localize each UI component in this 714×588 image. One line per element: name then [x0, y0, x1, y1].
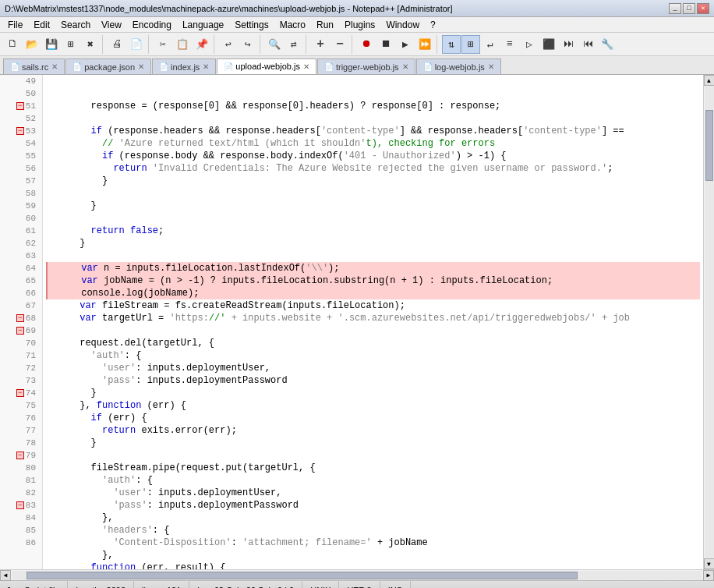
- menu-language[interactable]: Language: [178, 19, 228, 31]
- fold-marker-74[interactable]: −: [16, 389, 24, 397]
- line-number-76: 76: [0, 412, 39, 424]
- fold-marker-69[interactable]: −: [16, 327, 24, 335]
- copy-button[interactable]: 📋: [173, 35, 192, 54]
- close-button[interactable]: ✕: [697, 3, 709, 14]
- line-number-80: 80: [0, 462, 39, 474]
- scroll-thumb[interactable]: [705, 110, 713, 181]
- menu-view[interactable]: View: [97, 19, 126, 31]
- step2-button[interactable]: ⏮: [578, 35, 597, 54]
- line-number-60: 60: [0, 212, 39, 225]
- sync-scroll-button[interactable]: ⇅: [442, 35, 461, 54]
- run-button[interactable]: ▷: [520, 35, 539, 54]
- code-line-83: 'headers': {: [46, 524, 700, 537]
- indent-button[interactable]: ≡: [500, 35, 519, 54]
- menu-macro[interactable]: Macro: [275, 19, 310, 31]
- zoom-out-button[interactable]: −: [330, 35, 349, 54]
- code-area[interactable]: response = (response[0] && response[0].h…: [43, 75, 703, 569]
- code-line-62: var n = inputs.fileLocation.lastIndexOf(…: [46, 262, 700, 275]
- replace-button[interactable]: ⇄: [285, 35, 303, 54]
- tools-button[interactable]: 🔧: [598, 35, 617, 54]
- code-line-80: 'user': inputs.deploymentUser,: [46, 487, 700, 499]
- macro-play-button[interactable]: ▶: [396, 35, 415, 54]
- scroll-track[interactable]: [705, 87, 714, 558]
- step-button[interactable]: ⏭: [559, 35, 578, 54]
- hscroll-thumb[interactable]: [27, 572, 578, 579]
- print-button[interactable]: 🖨: [108, 35, 126, 54]
- line-number-50: 50: [0, 87, 39, 100]
- fold-marker-68[interactable]: −: [16, 314, 24, 322]
- status-sections: JavaScript file length : 2898 lines : 10…: [6, 581, 411, 589]
- line-number-72: 72: [0, 362, 39, 374]
- tab-logwebjob[interactable]: 📄 log-webjob.js ✕: [416, 58, 501, 74]
- title-bar: D:\WebMatrix\mstest1337\node_modules\mac…: [0, 0, 714, 17]
- hscroll-left-button[interactable]: ◀: [0, 570, 11, 581]
- line-numbers: 4950−5152−535455565758596061626364656667…: [0, 75, 43, 569]
- menu-help[interactable]: ?: [426, 19, 440, 31]
- undo-button[interactable]: ↩: [219, 35, 238, 54]
- code-line-64: console.log(jobName);: [46, 287, 700, 299]
- close-button2[interactable]: ✖: [81, 35, 100, 54]
- debug-button[interactable]: ⬛: [539, 35, 558, 54]
- status-filetype: JavaScript file: [6, 581, 68, 589]
- fold-marker-51[interactable]: −: [16, 102, 24, 110]
- menu-plugins[interactable]: Plugins: [340, 19, 380, 31]
- menu-encoding[interactable]: Encoding: [128, 19, 176, 31]
- redo-button[interactable]: ↪: [239, 35, 257, 54]
- tab-indexjs-label: index.js: [171, 62, 200, 72]
- tab-logwebjob-label: log-webjob.js: [435, 62, 485, 72]
- title-bar-buttons[interactable]: _ □ ✕: [669, 3, 709, 14]
- macro-stop-button[interactable]: ⏹: [376, 35, 395, 54]
- zoom-in-button[interactable]: +: [311, 35, 330, 54]
- save-all-button[interactable]: ⊞: [62, 35, 80, 54]
- scrollbar-vertical[interactable]: ▲ ▼: [703, 75, 714, 569]
- menu-search[interactable]: Search: [56, 19, 95, 31]
- word-wrap-button[interactable]: ↵: [481, 35, 500, 54]
- tab-indexjs[interactable]: 📄 index.js ✕: [152, 58, 216, 74]
- find-button[interactable]: 🔍: [265, 35, 284, 54]
- line-number-84: 84: [0, 512, 39, 524]
- menu-run[interactable]: Run: [312, 19, 338, 31]
- fold-marker-53[interactable]: −: [16, 127, 24, 135]
- line-number-57: 57: [0, 175, 39, 187]
- line-number-70: 70: [0, 337, 39, 349]
- save-button[interactable]: 💾: [42, 35, 61, 54]
- fold-marker-83[interactable]: −: [16, 501, 24, 509]
- hscroll-track[interactable]: [12, 571, 702, 580]
- code-line-67: [46, 324, 700, 337]
- open-button[interactable]: 📂: [23, 35, 41, 54]
- title-bar-text: D:\WebMatrix\mstest1337\node_modules\mac…: [5, 4, 453, 13]
- print2-button[interactable]: 📄: [127, 35, 146, 54]
- cut-button[interactable]: ✂: [154, 35, 172, 54]
- tab-packagejson[interactable]: 📄 package.json ✕: [65, 58, 151, 74]
- tab-triggerwebjob-close[interactable]: ✕: [402, 62, 408, 71]
- tab-triggerwebjob[interactable]: 📄 trigger-webjob.js ✕: [317, 58, 415, 74]
- tab-uploadwebjob[interactable]: 📄 upload-webjob.js ✕: [217, 58, 316, 74]
- minimize-button[interactable]: _: [669, 3, 681, 14]
- new-button[interactable]: 🗋: [3, 35, 22, 54]
- fold-marker-79[interactable]: −: [16, 452, 24, 459]
- menu-settings[interactable]: Settings: [230, 19, 273, 31]
- line-number-78: 78: [0, 437, 39, 449]
- tab-uploadwebjob-close[interactable]: ✕: [303, 62, 309, 71]
- code-line-74: if (err) {: [46, 412, 700, 424]
- split-v-button[interactable]: ⊞: [461, 35, 480, 54]
- scroll-down-button[interactable]: ▼: [704, 558, 715, 569]
- paste-button[interactable]: 📌: [193, 35, 211, 54]
- tab-logwebjob-icon: 📄: [423, 62, 433, 71]
- menu-edit[interactable]: Edit: [29, 19, 55, 31]
- macro-rec-button[interactable]: ⏺: [357, 35, 376, 54]
- menu-window[interactable]: Window: [381, 19, 424, 31]
- code-line-61: [46, 250, 700, 262]
- tab-sailsrc[interactable]: 📄 sails.rc ✕: [3, 58, 65, 74]
- tab-logwebjob-close[interactable]: ✕: [488, 62, 494, 71]
- menu-file[interactable]: File: [3, 19, 27, 31]
- maximize-button[interactable]: □: [683, 3, 695, 14]
- macro-run-button[interactable]: ⏩: [415, 35, 434, 54]
- tab-packagejson-close[interactable]: ✕: [138, 62, 144, 71]
- tab-indexjs-close[interactable]: ✕: [203, 62, 209, 71]
- scroll-up-button[interactable]: ▲: [704, 75, 715, 86]
- code-line-76: }: [46, 437, 700, 449]
- scrollbar-horizontal[interactable]: ◀ ▶: [0, 569, 714, 580]
- tab-sailsrc-close[interactable]: ✕: [51, 62, 58, 71]
- hscroll-right-button[interactable]: ▶: [703, 570, 714, 581]
